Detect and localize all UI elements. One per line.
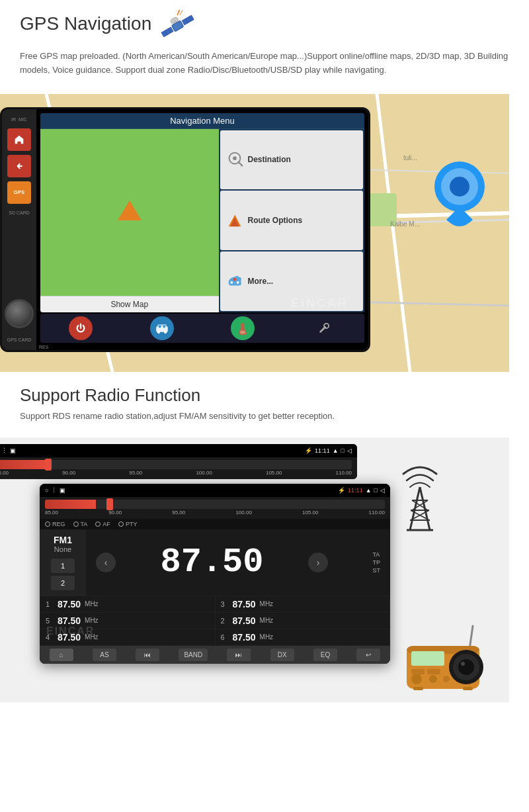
bottom-labels: RES [36, 344, 368, 350]
frequency-display: ‹ 87.50 › TA TP ST [86, 529, 390, 596]
screen-area: Navigation Menu Show Map [36, 109, 368, 350]
svg-rect-71 [411, 669, 425, 674]
svg-point-43 [240, 330, 245, 334]
gps-button[interactable]: GPS [7, 181, 31, 204]
navigation-arrow [118, 201, 142, 220]
svg-point-69 [429, 675, 437, 683]
status-bar-back: ○ ⋮ ▣ ⚡ 11:11 ▲ □ ◁ [0, 444, 357, 457]
af-option[interactable]: AF [95, 521, 110, 527]
svg-point-70 [443, 676, 450, 682]
svg-point-34 [233, 278, 236, 281]
car-button[interactable] [150, 316, 174, 340]
ta-label: TA [372, 551, 380, 558]
freq-prev-button[interactable]: ‹ [96, 553, 116, 572]
gps-title: GPS Navigation [20, 13, 151, 34]
prev-button[interactable]: ⏮ [136, 649, 159, 661]
antenna-tower-wrapper [393, 457, 453, 537]
freq-next-button[interactable]: › [308, 553, 328, 572]
svg-point-29 [233, 157, 237, 161]
ta-panel: TA TP ST [372, 551, 380, 574]
radio-device-wrapper [403, 619, 489, 692]
route-options-button[interactable]: Route Options [220, 191, 364, 250]
flask-button[interactable] [231, 316, 255, 340]
ta-option[interactable]: TA [73, 521, 88, 527]
show-map-button[interactable]: Show Map [40, 296, 219, 312]
svg-rect-1 [161, 27, 173, 37]
eq-button[interactable]: EQ [313, 649, 337, 661]
back-button[interactable] [7, 155, 31, 177]
satellite-icon [158, 10, 198, 43]
radio-device-icon [403, 619, 489, 692]
more-label: More... [248, 277, 274, 286]
fm-side: FM1 None 1 2 [40, 529, 86, 596]
pty-option[interactable]: PTY [118, 521, 138, 527]
tools-button[interactable] [312, 316, 336, 340]
ir-label: IR [11, 117, 16, 122]
home-button[interactable] [7, 128, 31, 151]
back-nav-button[interactable]: ↩ [356, 649, 380, 661]
fm-preset-buttons: 1 2 [51, 559, 75, 590]
side-panel: IR MIC GPS SD CARD GPS CARD [2, 109, 36, 350]
svg-rect-63 [411, 651, 444, 666]
svg-point-33 [230, 281, 233, 284]
destination-label: Destination [248, 155, 291, 164]
res-label: RES [39, 345, 48, 349]
preset-grid: 1 87.50 MHz 3 87.50 MHz 5 87.50 MHz 2 87… [40, 596, 390, 646]
car-unit-wrapper: Kheri Tungan Sajuna Nagra Kalbe M... tul… [0, 94, 509, 372]
as-button[interactable]: AS [93, 649, 116, 661]
dx-button[interactable]: DX [270, 649, 294, 661]
svg-text:tuli...: tuli... [403, 154, 417, 161]
nav-buttons: Destination Route Options [219, 129, 365, 312]
time-front: 11:11 [348, 487, 363, 494]
map-display: Show Map [40, 129, 219, 312]
svg-point-49 [450, 177, 469, 197]
svg-point-68 [411, 674, 422, 684]
nav-screen: Navigation Menu Show Map [40, 113, 364, 312]
svg-rect-74 [463, 687, 473, 690]
location-pin [430, 160, 489, 233]
car-unit: IR MIC GPS SD CARD GPS CARD [0, 107, 370, 352]
preset-row-4[interactable]: 4 87.50 MHz [40, 629, 215, 645]
sd-label: SD CARD [9, 210, 30, 215]
power-button[interactable] [69, 316, 93, 340]
preset-2-button[interactable]: 2 [51, 576, 75, 590]
preset-row-3[interactable]: 3 87.50 MHz [216, 596, 390, 612]
svg-text:Kalbe M...: Kalbe M... [390, 220, 420, 228]
frequency-number: 87.50 [160, 543, 263, 582]
antenna-tower-icon [393, 457, 446, 537]
preset-1-button[interactable]: 1 [51, 559, 75, 573]
fm-label: FM1 [54, 535, 72, 545]
preset-row-5[interactable]: 5 87.50 MHz [40, 613, 215, 629]
svg-line-46 [320, 328, 324, 332]
fm-panel: FM1 None 1 2 ‹ 87.50 › TA TP ST [40, 529, 390, 596]
top-bar [36, 109, 368, 113]
radio-title: Support Radio Function [20, 385, 509, 406]
svg-rect-42 [241, 321, 245, 323]
mic-label: MIC [19, 117, 27, 122]
preset-row-6[interactable]: 6 87.50 MHz [216, 629, 390, 645]
radio-unit-wrapper: ○ ⋮ ▣ ⚡ 11:11 ▲ □ ◁ 85.00 90.00 95.00 [0, 437, 509, 702]
svg-point-35 [236, 281, 239, 284]
preset-row-2[interactable]: 2 87.50 MHz [216, 613, 390, 629]
route-options-label: Route Options [248, 216, 303, 225]
gps-slot-label: GPS CARD [7, 338, 32, 342]
nav-content: Show Map Destination [40, 129, 364, 312]
status-bar-front: ○ ⋮ ▣ ⚡ 11:11 ▲ □ ◁ [40, 484, 390, 497]
fm-sub: None [54, 545, 71, 553]
volume-knob[interactable] [5, 299, 34, 328]
svg-rect-72 [427, 669, 440, 674]
eincar-watermark: EINCAR [291, 296, 348, 310]
svg-point-38 [157, 330, 159, 333]
preset-row-1[interactable]: 1 87.50 MHz [40, 596, 215, 612]
gps-description: Free GPS map preloaded. (North American/… [20, 50, 509, 77]
gps-header: GPS Navigation [20, 13, 509, 43]
reg-option[interactable]: REG [45, 521, 65, 527]
home-nav-button[interactable]: ⌂ [50, 649, 73, 661]
svg-rect-73 [413, 687, 423, 690]
band-button[interactable]: BAND [179, 649, 208, 661]
next-button[interactable]: ⏭ [227, 649, 251, 661]
freq-slider-back: 85.00 90.00 95.00 100.00 105.00 110.00 [0, 457, 357, 479]
freq-slider-front[interactable]: 85.00 90.00 95.00 100.00 105.00 110.00 [40, 497, 390, 519]
destination-button[interactable]: Destination [220, 130, 364, 190]
radio-description: Support RDS rename radio station,adjust … [20, 411, 509, 421]
